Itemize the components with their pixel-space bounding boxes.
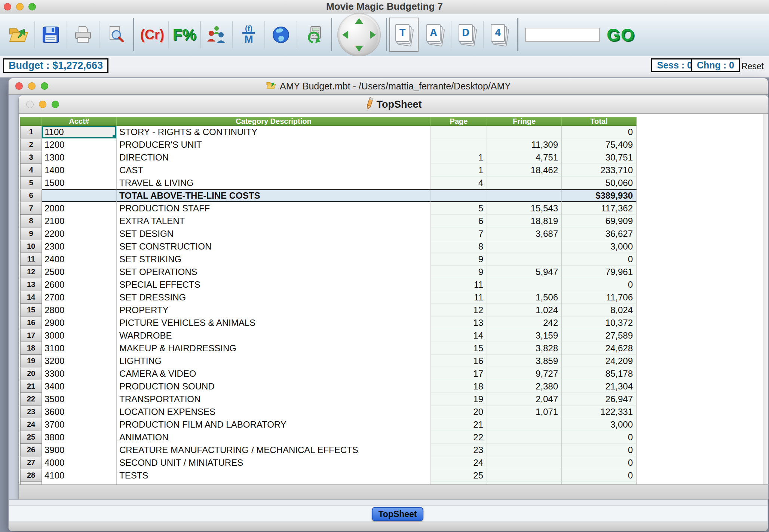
nav-down-icon[interactable] — [355, 46, 363, 52]
cell-acct[interactable]: 2300 — [42, 240, 117, 253]
cell-desc[interactable]: STORY - RIGHTS & CONTINUITY — [117, 126, 431, 138]
formats-button[interactable]: (f) M — [233, 16, 264, 53]
cell-fringe[interactable]: 3,159 — [487, 329, 562, 342]
cell-fringe[interactable] — [487, 431, 562, 444]
cell-total[interactable]: 50,060 — [562, 177, 637, 189]
cell-total[interactable]: 3,000 — [562, 240, 637, 253]
cell-page[interactable]: 15 — [431, 342, 487, 355]
row-number[interactable]: 12 — [20, 266, 42, 278]
cell-fringe[interactable]: 1,071 — [487, 406, 562, 418]
row-number[interactable]: 15 — [20, 304, 42, 317]
cell-fringe[interactable]: 5,947 — [487, 266, 562, 278]
cell-acct[interactable]: 2000 — [42, 202, 117, 215]
nav-left-icon[interactable] — [342, 31, 348, 39]
cell-fringe[interactable]: 18,462 — [487, 164, 562, 177]
close-button[interactable] — [26, 101, 34, 108]
cell-page[interactable]: 13 — [431, 317, 487, 329]
row-number[interactable]: 29 — [20, 482, 42, 484]
cell-fringe[interactable] — [487, 482, 562, 484]
recalculate-button[interactable] — [297, 16, 329, 53]
web-button[interactable] — [265, 16, 297, 53]
cell-page[interactable]: 24 — [431, 456, 487, 469]
cell-total[interactable]: 75,409 — [562, 138, 637, 151]
cell-acct[interactable]: 2600 — [42, 278, 117, 291]
row-number[interactable]: 1 — [20, 126, 42, 138]
cell-fringe[interactable]: 3,828 — [487, 342, 562, 355]
cell-acct[interactable]: 4000 — [42, 456, 117, 469]
reset-button[interactable]: Reset — [741, 61, 764, 71]
cell-acct[interactable]: 1100 — [42, 126, 117, 138]
row-number[interactable]: 24 — [20, 418, 42, 431]
row-number[interactable]: 7 — [20, 202, 42, 215]
cell-total[interactable]: 0 — [562, 278, 637, 291]
cell-desc[interactable]: CAMERA & VIDEO — [117, 367, 431, 380]
cell-page[interactable]: 26 — [431, 482, 487, 484]
cell-fringe[interactable]: 18,819 — [487, 215, 562, 227]
print-preview-button[interactable] — [99, 16, 131, 53]
cell-desc[interactable]: SET CONSTRUCTION — [117, 240, 431, 253]
cell-fringe[interactable] — [487, 418, 562, 431]
cell-total[interactable]: 0 — [562, 431, 637, 444]
cell-desc[interactable]: TOTAL ABOVE-THE-LINE COSTS — [117, 189, 431, 202]
cell-acct[interactable]: 3000 — [42, 329, 117, 342]
cell-acct[interactable]: 3100 — [42, 342, 117, 355]
go-input[interactable] — [525, 28, 600, 42]
cell-page[interactable] — [431, 138, 487, 151]
cell-acct[interactable]: 1300 — [42, 151, 117, 164]
cell-fringe[interactable]: 15,543 — [487, 202, 562, 215]
cell-fringe[interactable]: 11,309 — [487, 138, 562, 151]
cell-fringe[interactable]: 3,687 — [487, 227, 562, 240]
row-number[interactable]: 27 — [20, 456, 42, 469]
cell-total[interactable]: 0 — [562, 444, 637, 456]
cell-page[interactable]: 6 — [431, 215, 487, 227]
cell-total[interactable]: 27,589 — [562, 329, 637, 342]
cell-total[interactable]: 3,000 — [562, 418, 637, 431]
cell-desc[interactable]: SECOND UNIT / MINIATURES — [117, 456, 431, 469]
cell-fringe[interactable] — [487, 189, 562, 202]
close-button[interactable] — [4, 3, 11, 10]
cell-page[interactable]: 21 — [431, 418, 487, 431]
cell-page[interactable]: 9 — [431, 266, 487, 278]
row-number[interactable]: 28 — [20, 469, 42, 482]
cell-total[interactable]: 11,706 — [562, 291, 637, 304]
cell-page[interactable]: 8 — [431, 240, 487, 253]
cell-desc[interactable]: LIGHTING — [117, 355, 431, 367]
close-button[interactable] — [15, 82, 23, 90]
cell-desc[interactable]: SET STRIKING — [117, 253, 431, 266]
row-number[interactable]: 8 — [20, 215, 42, 227]
cell-page[interactable]: 5 — [431, 202, 487, 215]
cell-acct[interactable]: 2800 — [42, 304, 117, 317]
row-number[interactable]: 6 — [20, 189, 42, 202]
cell-acct[interactable]: 3700 — [42, 418, 117, 431]
cell-desc[interactable]: PROPERTY — [117, 304, 431, 317]
cell-total[interactable]: 85,178 — [562, 367, 637, 380]
cell-acct[interactable]: 3300 — [42, 367, 117, 380]
cell-desc[interactable]: LOCATION EXPENSES — [117, 406, 431, 418]
cell-desc[interactable]: PRODUCTION FILM AND LABORATORY — [117, 418, 431, 431]
fringes-button[interactable]: F% — [169, 16, 200, 53]
cell-acct[interactable]: 2100 — [42, 215, 117, 227]
row-number[interactable]: 4 — [20, 164, 42, 177]
cell-page[interactable]: 16 — [431, 355, 487, 367]
cell-desc[interactable]: EXTRA TALENT — [117, 215, 431, 227]
cell-fringe[interactable]: 4,751 — [487, 151, 562, 164]
topsheet-tab-button[interactable]: TopSheet — [372, 507, 423, 521]
vertical-scrollbar[interactable] — [763, 114, 768, 484]
cell-page[interactable]: 4 — [431, 177, 487, 189]
cell-fringe[interactable]: 1,024 — [487, 304, 562, 317]
cell-page[interactable]: 25 — [431, 469, 487, 482]
row-number[interactable]: 21 — [20, 380, 42, 393]
cell-acct[interactable]: 3400 — [42, 380, 117, 393]
cell-desc[interactable]: CREATURE MANUFACTURING / MECHANICAL EFFE… — [117, 444, 431, 456]
cell-page[interactable]: 20 — [431, 406, 487, 418]
cell-total[interactable]: 0 — [562, 126, 637, 138]
row-number[interactable]: 5 — [20, 177, 42, 189]
row-number[interactable]: 2 — [20, 138, 42, 151]
cell-total[interactable]: 79,961 — [562, 266, 637, 278]
row-number[interactable]: 13 — [20, 278, 42, 291]
row-number[interactable]: 22 — [20, 393, 42, 406]
cell-desc[interactable]: SET DRESSING — [117, 291, 431, 304]
horizontal-scrollbar[interactable] — [19, 484, 768, 499]
zoom-button[interactable] — [52, 101, 59, 108]
cell-desc[interactable]: TRANSPORTATION — [117, 393, 431, 406]
